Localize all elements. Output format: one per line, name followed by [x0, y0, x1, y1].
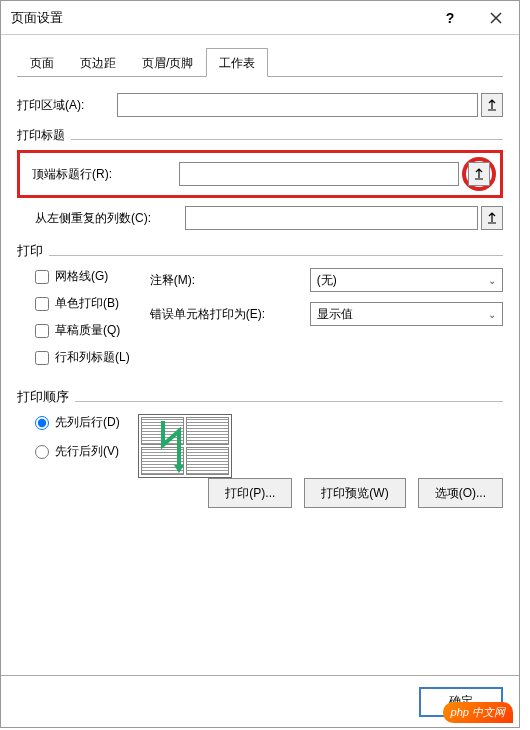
top-title-rows-highlight: 顶端标题行(R):: [17, 150, 503, 198]
over-then-down-wrap[interactable]: 先行后列(V): [35, 443, 120, 460]
print-options-label: 打印: [17, 242, 43, 260]
titlebar-controls: ?: [427, 1, 519, 34]
divider: [49, 247, 503, 256]
draft-label: 草稿质量(Q): [55, 322, 120, 339]
over-then-down-label: 先行后列(V): [55, 443, 119, 460]
checkbox-column: 网格线(G) 单色打印(B) 草稿质量(Q) 行和列标题(L): [35, 268, 130, 376]
print-options-header: 打印: [17, 242, 503, 260]
print-titles-label: 打印标题: [17, 127, 65, 144]
headings-checkbox[interactable]: [35, 351, 49, 365]
monochrome-checkbox-wrap[interactable]: 单色打印(B): [35, 295, 130, 312]
errors-label: 错误单元格打印为(E):: [150, 306, 310, 323]
tab-bar: 页面 页边距 页眉/页脚 工作表: [17, 47, 503, 77]
comments-label: 注释(M):: [150, 272, 310, 289]
down-then-over-wrap[interactable]: 先列后行(D): [35, 414, 120, 431]
print-area-label: 打印区域(A):: [17, 97, 117, 114]
errors-row: 错误单元格打印为(E): 显示值 ⌄: [150, 302, 503, 326]
action-button-row: 打印(P)... 打印预览(W) 选项(O)...: [17, 478, 503, 520]
gridlines-label: 网格线(G): [55, 268, 108, 285]
form-area: 打印区域(A): 打印标题 顶端标题行(R):: [17, 77, 503, 675]
dialog-content: 页面 页边距 页眉/页脚 工作表 打印区域(A): 打印标题 顶端标题行(R):: [1, 35, 519, 675]
over-then-down-radio[interactable]: [35, 445, 49, 459]
dialog-footer: 确定 php 中文网: [1, 675, 519, 727]
comments-select[interactable]: (无) ⌄: [310, 268, 503, 292]
comments-value: (无): [317, 272, 337, 289]
print-order-label: 打印顺序: [17, 388, 69, 406]
page-setup-dialog: 页面设置 ? 页面 页边距 页眉/页脚 工作表 打印区域(A): 打印标: [0, 0, 520, 728]
print-order-header: 打印顺序: [17, 388, 503, 406]
monochrome-label: 单色打印(B): [55, 295, 119, 312]
dialog-title: 页面设置: [11, 9, 63, 27]
errors-value: 显示值: [317, 306, 353, 323]
top-title-rows-ref-button[interactable]: [468, 162, 490, 186]
down-then-over-label: 先列后行(D): [55, 414, 120, 431]
divider: [71, 131, 503, 140]
tab-page[interactable]: 页面: [17, 48, 67, 77]
draft-checkbox[interactable]: [35, 324, 49, 338]
close-icon: [490, 12, 502, 24]
collapse-icon: [474, 168, 484, 180]
preview-page: [186, 447, 229, 475]
print-area-ref-button[interactable]: [481, 93, 503, 117]
preview-page: [141, 447, 184, 475]
comments-row: 注释(M): (无) ⌄: [150, 268, 503, 292]
divider: [75, 393, 503, 402]
errors-select[interactable]: 显示值 ⌄: [310, 302, 503, 326]
monochrome-checkbox[interactable]: [35, 297, 49, 311]
close-button[interactable]: [473, 1, 519, 34]
print-order-preview: [138, 414, 232, 478]
draft-checkbox-wrap[interactable]: 草稿质量(Q): [35, 322, 130, 339]
down-then-over-radio[interactable]: [35, 416, 49, 430]
ref-button-highlight-circle: [462, 157, 496, 191]
radio-column: 先列后行(D) 先行后列(V): [35, 414, 120, 472]
options-button[interactable]: 选项(O)...: [418, 478, 503, 508]
collapse-icon: [487, 99, 497, 111]
tab-margins[interactable]: 页边距: [67, 48, 129, 77]
preview-page: [141, 417, 184, 445]
tab-header-footer[interactable]: 页眉/页脚: [129, 48, 206, 77]
preview-page: [186, 417, 229, 445]
print-button[interactable]: 打印(P)...: [208, 478, 292, 508]
print-area-row: 打印区域(A):: [17, 93, 503, 117]
watermark: php 中文网: [443, 702, 513, 723]
top-title-rows-input[interactable]: [179, 162, 459, 186]
help-button[interactable]: ?: [427, 1, 473, 34]
gridlines-checkbox-wrap[interactable]: 网格线(G): [35, 268, 130, 285]
gridlines-checkbox[interactable]: [35, 270, 49, 284]
collapse-icon: [487, 212, 497, 224]
left-repeat-cols-label: 从左侧重复的列数(C):: [35, 210, 185, 227]
print-preview-button[interactable]: 打印预览(W): [304, 478, 405, 508]
dropdown-column: 注释(M): (无) ⌄ 错误单元格打印为(E): 显示值 ⌄: [150, 268, 503, 376]
print-options: 网格线(G) 单色打印(B) 草稿质量(Q) 行和列标题(L): [17, 268, 503, 376]
top-title-rows-label: 顶端标题行(R):: [24, 166, 179, 183]
print-titles-header: 打印标题: [17, 127, 503, 144]
headings-checkbox-wrap[interactable]: 行和列标题(L): [35, 349, 130, 366]
print-order-section: 先列后行(D) 先行后列(V): [17, 414, 503, 478]
tab-sheet[interactable]: 工作表: [206, 48, 268, 77]
headings-label: 行和列标题(L): [55, 349, 130, 366]
chevron-down-icon: ⌄: [488, 309, 496, 320]
left-repeat-cols-input[interactable]: [185, 206, 478, 230]
left-repeat-cols-ref-button[interactable]: [481, 206, 503, 230]
print-area-input[interactable]: [117, 93, 478, 117]
left-repeat-cols-row: 从左侧重复的列数(C):: [17, 206, 503, 230]
chevron-down-icon: ⌄: [488, 275, 496, 286]
titlebar: 页面设置 ?: [1, 1, 519, 35]
